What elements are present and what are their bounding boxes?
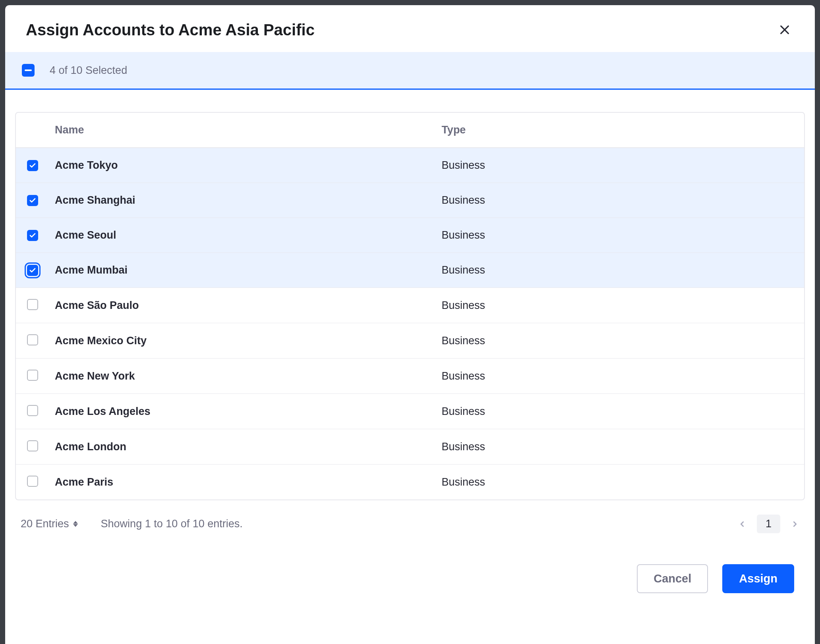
- row-type: Business: [441, 394, 804, 429]
- row-type: Business: [441, 429, 804, 465]
- row-name: Acme Los Angeles: [55, 394, 441, 429]
- footer-left: 20 Entries Showing 1 to 10 of 10 entries…: [21, 518, 243, 530]
- assign-button[interactable]: Assign: [722, 564, 794, 593]
- table-row[interactable]: Acme Los AngelesBusiness: [16, 394, 804, 429]
- modal-footer: Cancel Assign: [5, 550, 815, 593]
- row-type: Business: [441, 465, 804, 500]
- table-section: Name Type Acme TokyoBusinessAcme Shangha…: [5, 90, 815, 550]
- table-row[interactable]: Acme São PauloBusiness: [16, 288, 804, 323]
- selection-bar: 4 of 10 Selected: [5, 52, 815, 90]
- accounts-table-container: Name Type Acme TokyoBusinessAcme Shangha…: [15, 112, 805, 500]
- row-checkbox-cell: [16, 288, 55, 323]
- row-checkbox-cell: [16, 429, 55, 465]
- modal-title: Assign Accounts to Acme Asia Pacific: [26, 21, 315, 39]
- column-header-type[interactable]: Type: [441, 113, 804, 148]
- row-name: Acme Tokyo: [55, 148, 441, 183]
- row-checkbox[interactable]: [27, 265, 38, 276]
- row-checkbox[interactable]: [27, 195, 38, 206]
- row-checkbox[interactable]: [27, 299, 38, 310]
- next-page-button[interactable]: [791, 520, 799, 528]
- showing-entries-text: Showing 1 to 10 of 10 entries.: [101, 518, 243, 530]
- row-checkbox[interactable]: [27, 334, 38, 345]
- row-checkbox-cell: [16, 359, 55, 394]
- row-checkbox[interactable]: [27, 440, 38, 451]
- indeterminate-icon: [25, 69, 32, 71]
- table-row[interactable]: Acme TokyoBusiness: [16, 148, 804, 183]
- cancel-button[interactable]: Cancel: [637, 564, 708, 593]
- table-row[interactable]: Acme LondonBusiness: [16, 429, 804, 465]
- row-name: Acme London: [55, 429, 441, 465]
- column-header-name[interactable]: Name: [55, 113, 441, 148]
- row-type: Business: [441, 359, 804, 394]
- row-checkbox-cell: [16, 148, 55, 183]
- row-checkbox[interactable]: [27, 370, 38, 381]
- modal-header: Assign Accounts to Acme Asia Pacific: [5, 5, 815, 52]
- entries-label: 20 Entries: [21, 518, 69, 530]
- row-checkbox-cell: [16, 394, 55, 429]
- chevron-left-icon: [738, 520, 747, 528]
- table-row[interactable]: Acme MumbaiBusiness: [16, 253, 804, 288]
- selection-count-text: 4 of 10 Selected: [50, 64, 127, 77]
- modal-body: 4 of 10 Selected Name Type Acme TokyoBus…: [5, 52, 815, 644]
- close-icon: [778, 23, 791, 36]
- row-checkbox[interactable]: [27, 476, 38, 487]
- row-name: Acme Mumbai: [55, 253, 441, 288]
- column-header-checkbox: [16, 113, 55, 148]
- row-checkbox-cell: [16, 218, 55, 253]
- row-type: Business: [441, 218, 804, 253]
- chevron-right-icon: [791, 520, 799, 528]
- table-row[interactable]: Acme ParisBusiness: [16, 465, 804, 500]
- select-all-checkbox[interactable]: [22, 64, 35, 77]
- row-type: Business: [441, 288, 804, 323]
- row-type: Business: [441, 148, 804, 183]
- close-button[interactable]: [775, 20, 794, 39]
- row-name: Acme São Paulo: [55, 288, 441, 323]
- accounts-table: Name Type Acme TokyoBusinessAcme Shangha…: [16, 113, 804, 499]
- row-name: Acme Mexico City: [55, 323, 441, 359]
- table-row[interactable]: Acme ShanghaiBusiness: [16, 183, 804, 218]
- row-checkbox[interactable]: [27, 230, 38, 241]
- row-type: Business: [441, 323, 804, 359]
- prev-page-button[interactable]: [738, 520, 747, 528]
- row-name: Acme Seoul: [55, 218, 441, 253]
- table-footer: 20 Entries Showing 1 to 10 of 10 entries…: [15, 500, 805, 533]
- row-checkbox[interactable]: [27, 160, 38, 171]
- row-checkbox-cell: [16, 465, 55, 500]
- assign-accounts-modal: Assign Accounts to Acme Asia Pacific 4 o…: [5, 5, 815, 644]
- row-name: Acme New York: [55, 359, 441, 394]
- row-checkbox-cell: [16, 253, 55, 288]
- row-name: Acme Paris: [55, 465, 441, 500]
- row-checkbox-cell: [16, 323, 55, 359]
- row-checkbox[interactable]: [27, 405, 38, 416]
- sort-caret-icon: [73, 521, 78, 527]
- current-page-number[interactable]: 1: [757, 515, 780, 533]
- table-row[interactable]: Acme SeoulBusiness: [16, 218, 804, 253]
- row-name: Acme Shanghai: [55, 183, 441, 218]
- row-type: Business: [441, 253, 804, 288]
- pagination: 1: [738, 515, 799, 533]
- table-row[interactable]: Acme New YorkBusiness: [16, 359, 804, 394]
- row-type: Business: [441, 183, 804, 218]
- entries-per-page-select[interactable]: 20 Entries: [21, 518, 78, 530]
- table-row[interactable]: Acme Mexico CityBusiness: [16, 323, 804, 359]
- row-checkbox-cell: [16, 183, 55, 218]
